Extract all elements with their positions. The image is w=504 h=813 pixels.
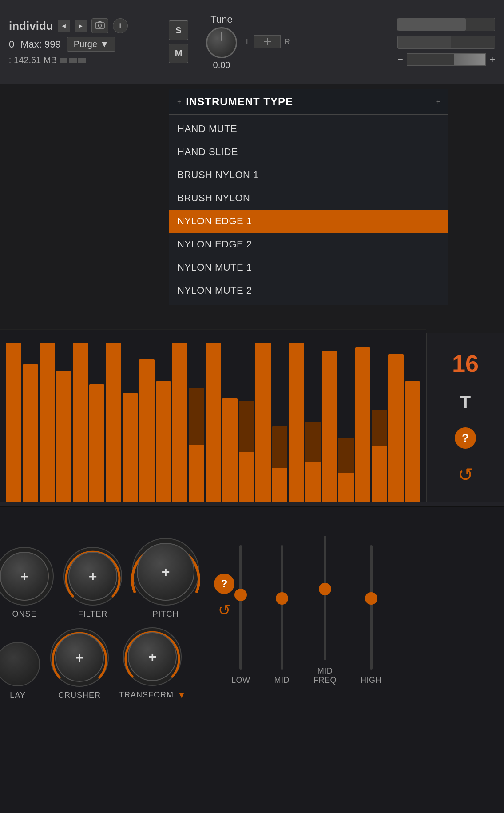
vol-slider[interactable]	[407, 53, 486, 66]
play-knob[interactable]	[0, 642, 40, 686]
filter-knob[interactable]: +	[64, 547, 122, 605]
bar-24[interactable]	[388, 354, 403, 502]
item-label: HAND MUTE	[177, 123, 237, 134]
dropdown-item-nylon-edge-2[interactable]: NYLON EDGE 2	[169, 233, 448, 256]
bar-12[interactable]	[189, 388, 204, 502]
bar-13[interactable]	[206, 343, 221, 502]
nav-right-button[interactable]: ►	[75, 20, 87, 32]
pan-center-button[interactable]	[254, 35, 281, 48]
s-button[interactable]: S	[169, 20, 188, 40]
bar-19[interactable]	[305, 422, 320, 502]
bar-8[interactable]	[123, 393, 138, 502]
sequencer-help-button[interactable]: ?	[455, 427, 476, 449]
bar-20[interactable]	[322, 351, 337, 502]
item-label: NYLON MUTE 2	[177, 285, 252, 296]
transform-knob-container: + TRANSFORM ▼	[119, 628, 186, 700]
bar-18[interactable]	[289, 343, 304, 502]
bar-dark-overlay	[272, 426, 287, 468]
filter-plus: +	[89, 568, 97, 585]
dropdown-item-hand-mute[interactable]: HAND MUTE	[169, 117, 448, 140]
eq-low-thumb[interactable]	[234, 589, 247, 601]
tune-knob[interactable]	[206, 27, 237, 58]
bar-15[interactable]	[239, 401, 254, 502]
eq-low-track[interactable]	[239, 545, 242, 670]
eq-mid-thumb[interactable]	[276, 592, 288, 605]
dropdown-item-nylon-edge-1[interactable]: NYLON EDGE 1	[169, 210, 448, 233]
dropdown-item-hand-slide[interactable]: HAND SLIDE	[169, 140, 448, 163]
instrument-type-dropdown: + INSTRUMENT TYPE + HAND MUTE HAND SLIDE…	[169, 89, 448, 305]
eq-low-slider: LOW	[231, 545, 250, 685]
m-button[interactable]: M	[169, 44, 188, 63]
bar-9[interactable]	[139, 359, 154, 502]
plus-button[interactable]: +	[489, 54, 495, 65]
bar-5[interactable]	[73, 343, 88, 502]
info-icon: i	[119, 22, 121, 30]
nav-left-button[interactable]: ◄	[58, 20, 70, 32]
transform-chevron: ▼	[177, 690, 186, 700]
bar-11[interactable]	[172, 343, 187, 502]
purge-dropdown-icon: ▼	[100, 39, 109, 49]
purge-button[interactable]: Purge ▼	[67, 37, 115, 52]
top-bar-row2: 0 Max: 999 Purge ▼	[9, 37, 160, 52]
camera-button[interactable]	[91, 18, 108, 33]
item-label: HAND SLIDE	[177, 146, 238, 157]
item-label: BRUSH NYLON	[177, 192, 250, 203]
dropdown-item-brush-nylon[interactable]: BRUSH NYLON	[169, 187, 448, 210]
item-label: NYLON EDGE 2	[177, 239, 252, 250]
t-label: T	[460, 392, 471, 412]
bar-4[interactable]	[56, 371, 71, 502]
bar-10[interactable]	[156, 381, 171, 502]
svg-rect-0	[95, 23, 104, 28]
level-bar-top	[397, 18, 495, 31]
instrument-name: individu	[9, 19, 53, 33]
eq-high-track[interactable]	[370, 545, 373, 670]
crusher-knob[interactable]: +	[51, 629, 108, 686]
bar-1[interactable]	[6, 343, 21, 502]
bar-21[interactable]	[338, 438, 353, 502]
bar-17[interactable]	[272, 426, 287, 502]
memory-display: 142.61 MB	[14, 55, 57, 65]
response-knob[interactable]: +	[0, 547, 53, 605]
pitch-knob[interactable]: +	[132, 538, 199, 605]
sequencer-t-button[interactable]: T	[460, 392, 471, 412]
bar-6[interactable]	[89, 384, 104, 502]
bar-16[interactable]	[255, 343, 270, 502]
r-label: R	[284, 37, 290, 47]
filter-knob-container: + FILTER	[64, 547, 122, 619]
eq-mid-track[interactable]	[281, 545, 283, 670]
tune-section: Tune 0.00	[206, 14, 237, 70]
sequencer-sidebar: 16 T ? ↺	[426, 333, 504, 502]
meter-bars	[60, 58, 86, 63]
m-label: M	[175, 48, 183, 59]
dropdown-item-nylon-mute-1[interactable]: NYLON MUTE 1	[169, 256, 448, 279]
pan-row: L R	[246, 35, 290, 48]
bar-25[interactable]	[405, 381, 420, 502]
eq-high-thumb[interactable]	[365, 592, 377, 605]
nav-left-icon: ◄	[61, 22, 67, 29]
dropdown-item-brush-nylon-1[interactable]: BRUSH NYLON 1	[169, 163, 448, 187]
dropdown-item-nylon-mute-2[interactable]: NYLON MUTE 2	[169, 279, 448, 302]
item-label: NYLON MUTE 1	[177, 262, 252, 273]
bar-2[interactable]	[23, 364, 38, 502]
pitch-knob-inner: +	[137, 543, 194, 601]
transform-plus: +	[148, 649, 157, 665]
bar-dark-overlay	[305, 422, 320, 462]
bar-23[interactable]	[372, 410, 387, 502]
play-knob-container: LAY	[0, 642, 40, 700]
eq-midfreq-track[interactable]	[324, 536, 326, 660]
eq-midfreq-thumb[interactable]	[319, 583, 331, 595]
bar-22[interactable]	[355, 347, 370, 502]
play-knob-label: LAY	[10, 691, 26, 700]
level-bar-mid	[397, 36, 495, 49]
minus-icon: −	[397, 54, 403, 65]
bar-7[interactable]	[106, 343, 121, 502]
value-display: 0	[9, 39, 14, 50]
sequencer-area	[0, 329, 426, 502]
info-button[interactable]: i	[113, 18, 128, 33]
sequencer-reset-button[interactable]: ↺	[458, 464, 473, 486]
top-bar-row1: individu ◄ ► i	[9, 18, 160, 33]
transform-knob[interactable]: +	[123, 628, 181, 685]
minus-button[interactable]: −	[397, 54, 403, 65]
bar-3[interactable]	[40, 343, 55, 502]
bar-14[interactable]	[222, 398, 237, 502]
